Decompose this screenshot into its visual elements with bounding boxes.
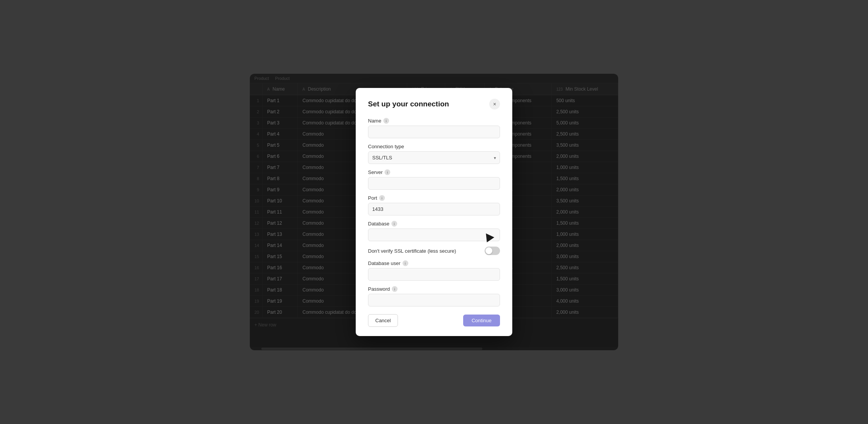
modal-backdrop: Set up your connection × Name i Connecti… (250, 74, 618, 350)
port-field-group: Port i (368, 195, 500, 215)
name-input[interactable] (368, 126, 500, 138)
server-input[interactable] (368, 177, 500, 190)
database-field-group: Database i (368, 221, 500, 241)
db-user-field-group: Database user i (368, 260, 500, 281)
server-label: Server i (368, 169, 500, 175)
db-user-info-icon: i (403, 260, 408, 266)
ssl-toggle-row: Don't verify SSL certificate (less secur… (368, 247, 500, 255)
database-label: Database i (368, 221, 500, 227)
modal-close-button[interactable]: × (489, 99, 500, 109)
server-field-group: Server i (368, 169, 500, 190)
continue-button[interactable]: Continue (463, 315, 500, 326)
modal-footer: Cancel Continue (368, 314, 500, 327)
db-user-input[interactable] (368, 268, 500, 281)
db-user-label: Database user i (368, 260, 500, 266)
cancel-button[interactable]: Cancel (368, 314, 398, 327)
connection-type-group: Connection type SSL/TLS None StartTLS ▾ (368, 144, 500, 164)
app-container: Product Product A Name A Description 123… (250, 74, 618, 350)
port-label: Port i (368, 195, 500, 201)
modal-header: Set up your connection × (368, 99, 500, 109)
connection-type-select-wrapper: SSL/TLS None StartTLS ▾ (368, 151, 500, 164)
port-info-icon: i (379, 195, 385, 201)
connection-modal: Set up your connection × Name i Connecti… (356, 88, 512, 336)
connection-type-select[interactable]: SSL/TLS None StartTLS (368, 151, 500, 164)
password-info-icon: i (392, 286, 398, 292)
ssl-toggle[interactable] (485, 247, 500, 255)
name-field-group: Name i (368, 118, 500, 138)
database-info-icon: i (391, 221, 397, 227)
database-input[interactable] (368, 229, 500, 241)
password-field-group: Password i (368, 286, 500, 306)
password-input[interactable] (368, 294, 500, 306)
name-info-icon: i (383, 118, 389, 124)
port-input[interactable] (368, 203, 500, 215)
name-label: Name i (368, 118, 500, 124)
connection-type-label: Connection type (368, 144, 500, 149)
modal-title: Set up your connection (368, 100, 449, 108)
server-info-icon: i (384, 169, 390, 175)
password-label: Password i (368, 286, 500, 292)
ssl-toggle-label: Don't verify SSL certificate (less secur… (368, 248, 456, 254)
